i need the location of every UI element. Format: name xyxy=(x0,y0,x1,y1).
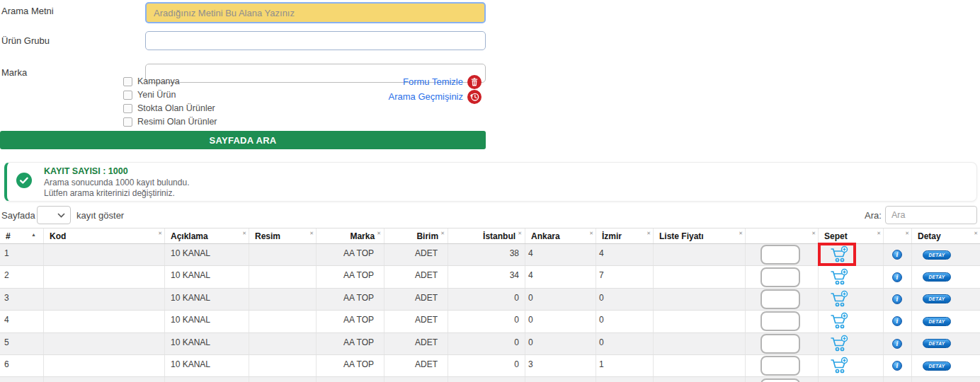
column-header-label: Birim xyxy=(416,231,438,241)
stokta-checkbox[interactable] xyxy=(123,104,132,113)
cell-detay: DETAY xyxy=(912,355,980,376)
column-header-blank-12[interactable]: ✕ xyxy=(884,228,912,243)
column-filter-icon[interactable]: ✕ xyxy=(377,231,381,236)
column-filter-icon[interactable]: ✕ xyxy=(646,231,651,236)
cell-detay: DETAY xyxy=(912,289,980,310)
history-icon[interactable] xyxy=(467,90,482,104)
chevron-down-icon xyxy=(57,213,65,218)
column-filter-icon[interactable]: ✕ xyxy=(518,231,522,236)
add-to-cart-icon[interactable] xyxy=(829,290,849,308)
cell-birim: ADET xyxy=(384,311,448,332)
clear-form-label[interactable]: Formu Temizle xyxy=(403,76,463,87)
cell-resim xyxy=(249,355,317,376)
column-header-blank[interactable]: #▲ xyxy=(0,228,44,243)
arama-metni-input[interactable] xyxy=(145,2,486,23)
quantity-input[interactable] xyxy=(760,311,800,331)
cell-aciklama: 10 KANAL xyxy=(165,333,249,354)
add-to-cart-icon[interactable] xyxy=(829,268,849,286)
column-header-label: Sepet xyxy=(824,231,848,241)
checkbox-row-stokta[interactable]: Stokta Olan Ürünler xyxy=(123,103,215,114)
page-size-select[interactable] xyxy=(37,206,71,224)
quantity-input[interactable] xyxy=(760,378,800,382)
add-to-cart-icon[interactable] xyxy=(829,245,849,264)
checkbox-row-yeni-urun[interactable]: Yeni Ürün xyxy=(123,89,176,100)
info-icon[interactable]: i xyxy=(892,316,902,326)
info-icon[interactable]: i xyxy=(892,272,902,282)
column-header-resim[interactable]: Resim✕ xyxy=(249,228,317,243)
cell-sepet xyxy=(819,377,884,382)
detay-button[interactable]: DETAY xyxy=(923,317,951,326)
trash-icon[interactable] xyxy=(467,75,482,89)
table-search-input[interactable] xyxy=(885,206,977,224)
kampanya-checkbox[interactable] xyxy=(123,77,132,86)
quantity-input[interactable] xyxy=(760,334,800,354)
add-to-cart-icon[interactable] xyxy=(829,335,849,353)
info-icon[interactable]: i xyxy=(892,294,902,304)
column-header-sepet[interactable]: Sepet✕ xyxy=(819,228,884,243)
cell-info: i xyxy=(884,311,912,332)
quantity-input[interactable] xyxy=(760,245,800,265)
column-header-detay[interactable]: Detay✕ xyxy=(912,228,980,243)
table-search-label: Ara: xyxy=(865,210,882,221)
checkbox-row-kampanya[interactable]: Kampanya xyxy=(123,76,180,87)
quantity-input[interactable] xyxy=(760,267,800,287)
column-filter-icon[interactable]: ✕ xyxy=(905,231,909,236)
checkbox-row-resimli[interactable]: Resimi Olan Ürünler xyxy=(123,116,217,127)
add-to-cart-icon[interactable] xyxy=(829,312,849,330)
column-filter-icon[interactable]: ✕ xyxy=(158,231,162,236)
info-icon[interactable]: i xyxy=(892,361,902,371)
column-filter-icon[interactable]: ✕ xyxy=(440,231,445,236)
column-header-birim[interactable]: Birim✕ xyxy=(384,228,448,243)
cell-aciklama: 10 KANAL xyxy=(165,355,249,376)
info-icon[interactable]: i xyxy=(892,250,902,260)
column-header-i-stanbul[interactable]: İstanbul✕ xyxy=(448,228,525,243)
add-to-cart-icon[interactable] xyxy=(829,357,849,375)
column-header-i-zmir[interactable]: İzmir✕ xyxy=(596,228,654,243)
column-header-liste-fiyatı[interactable]: Liste Fiyatı✕ xyxy=(654,228,746,243)
column-header-blank-10[interactable]: ✕ xyxy=(746,228,819,243)
column-header-açıklama[interactable]: Açıklama✕ xyxy=(165,228,249,243)
column-header-ankara[interactable]: Ankara✕ xyxy=(525,228,596,243)
column-filter-icon[interactable]: ✕ xyxy=(811,231,816,236)
cell-info: i xyxy=(884,377,912,382)
clear-form-link[interactable]: Formu Temizle xyxy=(403,74,482,89)
table-body: 110 KANALAA TOPADET3844iDETAY210 KANALAA… xyxy=(0,244,980,382)
quantity-input[interactable] xyxy=(760,289,800,309)
column-header-kod[interactable]: Kod✕ xyxy=(44,228,165,243)
cell-quantity xyxy=(746,289,819,310)
detay-button[interactable]: DETAY xyxy=(923,294,951,303)
cell-resim xyxy=(249,377,317,382)
column-header-label: Açıklama xyxy=(171,231,208,241)
detay-button[interactable]: DETAY xyxy=(923,339,951,348)
cell-liste-fiyati xyxy=(654,377,746,382)
urun-grubu-input[interactable] xyxy=(145,31,486,50)
cell-num: 3 xyxy=(0,289,44,310)
search-history-label[interactable]: Arama Geçmişiniz xyxy=(389,91,463,102)
cell-ankara: 3 xyxy=(525,355,596,376)
cell-izmir: 1 xyxy=(596,355,654,376)
cell-kod xyxy=(44,355,165,376)
cell-num xyxy=(0,377,44,382)
detay-button[interactable]: DETAY xyxy=(923,272,951,282)
column-filter-icon[interactable]: ✕ xyxy=(877,231,881,236)
search-history-link[interactable]: Arama Geçmişiniz xyxy=(389,89,482,104)
page-size-prefix-label: Sayfada xyxy=(1,210,35,221)
quantity-input[interactable] xyxy=(760,356,800,376)
search-in-page-button[interactable]: SAYFADA ARA xyxy=(0,131,486,149)
cell-sepet xyxy=(819,289,884,310)
column-header-marka[interactable]: Marka✕ xyxy=(317,228,384,243)
column-filter-icon[interactable]: ✕ xyxy=(739,231,743,236)
column-header-label: İstanbul xyxy=(483,231,515,241)
info-icon[interactable]: i xyxy=(892,339,902,349)
yeni-urun-checkbox[interactable] xyxy=(123,91,132,100)
column-filter-icon[interactable]: ✕ xyxy=(242,231,246,236)
column-filter-icon[interactable]: ✕ xyxy=(974,231,978,236)
column-filter-icon[interactable]: ✕ xyxy=(589,231,593,236)
cell-info: i xyxy=(884,333,912,354)
detay-button[interactable]: DETAY xyxy=(923,250,951,260)
column-filter-icon[interactable]: ✕ xyxy=(309,231,314,236)
sort-asc-icon[interactable]: ▲ xyxy=(31,232,36,237)
cell-birim: ADET xyxy=(384,244,448,265)
detay-button[interactable]: DETAY xyxy=(923,361,951,371)
resimli-checkbox[interactable] xyxy=(123,117,132,127)
